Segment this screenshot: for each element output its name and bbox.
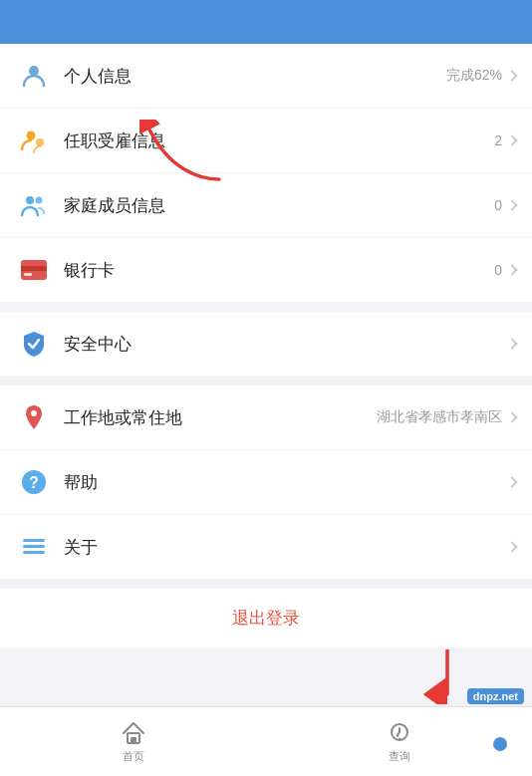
svg-rect-12	[23, 545, 45, 548]
annotation-arrow-down	[422, 649, 472, 708]
menu-item-help[interactable]: ? 帮助	[0, 450, 532, 515]
home-label: 首页	[123, 749, 144, 764]
chevron-icon	[506, 338, 517, 349]
family-info-label: 家庭成员信息	[64, 194, 494, 217]
svg-text:?: ?	[29, 474, 39, 491]
svg-point-0	[29, 66, 39, 76]
top-bar	[0, 0, 532, 44]
home-icon	[120, 719, 147, 747]
security-icon	[16, 326, 52, 362]
chevron-icon	[506, 199, 517, 210]
bank-card-value: 0	[494, 262, 502, 278]
svg-rect-11	[23, 539, 45, 542]
location-icon	[16, 399, 52, 435]
section-2: 安全中心	[0, 312, 532, 376]
query-label: 查询	[389, 749, 410, 764]
chevron-icon	[506, 134, 517, 145]
menu-item-personal-info[interactable]: 个人信息 完成62%	[0, 44, 532, 109]
menu-item-family-info[interactable]: 家庭成员信息 0	[0, 173, 532, 238]
svg-rect-16	[131, 737, 136, 743]
help-label: 帮助	[64, 471, 502, 494]
svg-point-18	[398, 738, 399, 740]
chevron-icon	[506, 411, 517, 422]
section-3: 工作地或常住地 湖北省孝感市孝南区 ? 帮助 关于	[0, 386, 532, 579]
menu-item-security-center[interactable]: 安全中心	[0, 312, 532, 376]
chevron-icon	[506, 70, 517, 81]
svg-point-2	[36, 138, 44, 146]
svg-point-4	[36, 197, 43, 204]
bottom-navigation: 首页 查询 dnpz.net	[0, 706, 532, 776]
logout-section: 退出登录	[0, 589, 532, 647]
work-location-value: 湖北省孝感市孝南区	[377, 408, 502, 426]
menu-item-bank-card[interactable]: 银行卡 0	[0, 238, 532, 302]
section-1: 个人信息 完成62% 任职受雇信息 2 家庭成员信息 0	[0, 44, 532, 302]
about-icon	[16, 529, 52, 565]
nav-item-home[interactable]: 首页	[0, 719, 266, 764]
bank-card-icon	[16, 252, 52, 288]
logout-button[interactable]: 退出登录	[232, 607, 300, 630]
employment-info-value: 2	[494, 132, 502, 148]
svg-rect-13	[23, 551, 45, 554]
person-icon	[16, 58, 52, 94]
family-icon	[16, 187, 52, 223]
menu-item-work-location[interactable]: 工作地或常住地 湖北省孝感市孝南区	[0, 386, 532, 450]
chevron-icon	[506, 476, 517, 487]
watermark: dnpz.net	[467, 688, 524, 704]
personal-info-value: 完成62%	[446, 67, 502, 85]
menu-item-employment-info[interactable]: 任职受雇信息 2	[0, 109, 532, 173]
svg-rect-7	[24, 273, 32, 276]
family-info-value: 0	[494, 197, 502, 213]
security-center-label: 安全中心	[64, 333, 502, 356]
query-icon	[386, 719, 413, 747]
nav-item-query[interactable]: 查询	[266, 719, 532, 764]
personal-info-label: 个人信息	[64, 65, 446, 88]
svg-point-3	[26, 196, 34, 204]
employ-icon	[16, 123, 52, 158]
svg-rect-6	[21, 266, 47, 271]
work-location-label: 工作地或常住地	[64, 406, 377, 429]
svg-point-1	[27, 131, 36, 140]
chevron-icon	[506, 541, 517, 552]
svg-point-8	[31, 410, 37, 416]
help-icon: ?	[16, 464, 52, 500]
chevron-icon	[506, 264, 517, 275]
about-label: 关于	[64, 536, 502, 559]
menu-item-about[interactable]: 关于	[0, 515, 532, 579]
bank-card-label: 银行卡	[64, 259, 494, 282]
employment-info-label: 任职受雇信息	[64, 129, 494, 152]
